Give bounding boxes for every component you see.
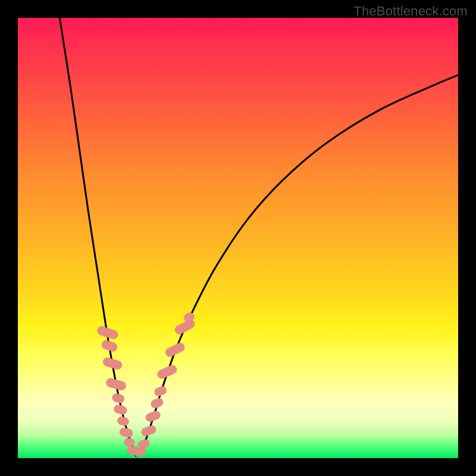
watermark-text: TheBottleneck.com	[353, 4, 468, 19]
chart-frame: TheBottleneck.com	[0, 0, 476, 476]
highlight-marker	[153, 385, 168, 397]
highlight-marker	[137, 439, 150, 449]
curve-right-branch	[139, 75, 459, 455]
highlight-marker	[164, 342, 186, 358]
highlight-marker	[119, 427, 134, 439]
highlight-marker	[156, 364, 178, 380]
highlight-marker	[101, 339, 118, 352]
plot-area	[18, 18, 458, 458]
highlight-marker	[111, 393, 126, 404]
highlight-marker	[117, 416, 130, 427]
highlight-marker	[150, 397, 164, 409]
highlight-marker	[113, 404, 128, 415]
highlight-marker	[173, 318, 196, 336]
curve-left-branch	[60, 18, 136, 456]
curve-group	[60, 18, 458, 456]
highlight-marker	[140, 424, 157, 437]
highlight-marker	[123, 437, 135, 447]
marker-group	[96, 311, 196, 458]
chart-svg	[18, 18, 458, 458]
